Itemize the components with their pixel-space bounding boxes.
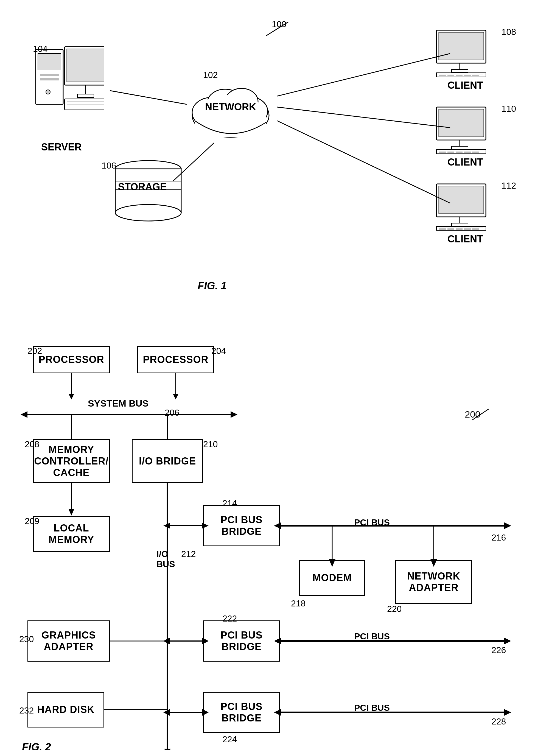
pci-bridge2-box: PCI BUS BRIDGE (203, 621, 280, 662)
io-bridge-label: I/O BRIDGE (139, 455, 196, 467)
ref-216: 216 (492, 532, 506, 543)
svg-rect-50 (472, 151, 479, 153)
svg-marker-75 (68, 509, 74, 515)
local-memory-label: LOCAL MEMORY (48, 522, 95, 546)
ref-232: 232 (19, 706, 34, 716)
svg-line-51 (277, 107, 450, 128)
graphics-adapter-label: GRAPHICS ADAPTER (41, 629, 96, 652)
system-bus-label: SYSTEM BUS (88, 398, 148, 409)
svg-rect-59 (447, 228, 454, 230)
ref-206: 206 (165, 408, 179, 418)
svg-rect-14 (67, 49, 104, 82)
client1-label: CLIENT (447, 80, 483, 91)
server-svg (33, 44, 104, 137)
server-label: SERVER (41, 141, 82, 153)
modem-label: MODEM (313, 572, 352, 584)
ref-209: 209 (25, 516, 39, 526)
ref100-arrow (244, 17, 299, 38)
local-memory-box: LOCAL MEMORY (33, 516, 110, 552)
ref-110: 110 (502, 104, 516, 114)
svg-marker-95 (163, 709, 169, 716)
storage-label: STORAGE (118, 181, 167, 193)
pci-bus3-label: PCI BUS (354, 703, 390, 713)
io-bus-label: I/O BUS (157, 549, 175, 569)
pci-bridge3-box: PCI BUS BRIDGE (203, 692, 280, 733)
fig1: 100 NETWORK 102 (11, 11, 549, 335)
svg-rect-29 (439, 33, 484, 60)
network-adapter-label: NETWORK ADAPTER (407, 570, 460, 593)
hard-disk-box: HARD DISK (27, 692, 104, 728)
svg-rect-37 (464, 75, 471, 76)
svg-line-63 (277, 121, 450, 203)
svg-rect-31 (452, 69, 468, 72)
svg-rect-48 (456, 151, 463, 153)
svg-rect-9 (38, 54, 61, 70)
hard-disk-label: HARD DISK (37, 704, 95, 715)
ref-230: 230 (19, 634, 34, 644)
ref-224: 224 (222, 734, 237, 745)
ref-202: 202 (27, 346, 42, 356)
svg-rect-35 (447, 75, 454, 76)
svg-line-21 (110, 90, 187, 104)
svg-line-64 (472, 409, 488, 420)
client1-svg (434, 27, 488, 77)
client2-label: CLIENT (447, 157, 483, 168)
ref-218: 218 (291, 599, 305, 609)
ref-222: 222 (222, 613, 237, 624)
svg-rect-53 (439, 186, 484, 214)
svg-rect-61 (464, 228, 471, 230)
client3-computer (434, 181, 488, 232)
memory-controller-label: MEMORY CONTROLLER/ CACHE (34, 444, 109, 479)
ref-108: 108 (502, 27, 516, 37)
ref200-arrow (467, 404, 500, 426)
svg-rect-11 (40, 74, 59, 76)
ref-208: 208 (25, 439, 39, 449)
svg-rect-58 (439, 228, 446, 230)
network-adapter-box: NETWORK ADAPTER (395, 560, 472, 604)
network-label: NETWORK (205, 101, 256, 113)
ref-226: 226 (492, 645, 506, 655)
processor2-box: PROCESSOR (137, 346, 214, 373)
svg-rect-12 (40, 78, 59, 80)
svg-rect-34 (439, 75, 446, 76)
svg-marker-70 (21, 411, 27, 418)
ref-212: 212 (181, 549, 196, 559)
svg-marker-98 (164, 749, 171, 750)
svg-line-39 (277, 54, 450, 96)
client1-computer (434, 27, 488, 78)
client2-svg (434, 104, 488, 154)
svg-rect-36 (456, 75, 463, 76)
svg-rect-41 (439, 109, 484, 137)
pci-bridge3-label: PCI BUS BRIDGE (220, 701, 262, 724)
svg-marker-78 (163, 523, 169, 528)
ref-214: 214 (222, 498, 237, 508)
svg-marker-88 (163, 638, 169, 644)
svg-marker-82 (504, 522, 511, 529)
client2-computer (434, 104, 488, 155)
svg-marker-66 (68, 394, 74, 400)
ref-204: 204 (212, 346, 226, 356)
pci-bus2-label: PCI BUS (354, 631, 390, 642)
storage-cylinder: STORAGE (110, 159, 187, 226)
ref-220: 220 (387, 604, 402, 614)
fig1-title: FIG. 1 (198, 280, 227, 292)
client3-svg (434, 181, 488, 230)
svg-rect-43 (452, 146, 468, 149)
svg-rect-62 (472, 228, 479, 230)
svg-line-0 (266, 22, 288, 36)
processor2-label: PROCESSOR (143, 354, 208, 365)
svg-rect-47 (447, 151, 454, 153)
pci-bridge1-box: PCI BUS BRIDGE (203, 505, 280, 546)
ref-210: 210 (203, 439, 218, 449)
svg-rect-49 (464, 151, 471, 153)
ref-104: 104 (33, 44, 47, 54)
graphics-adapter-box: GRAPHICS ADAPTER (27, 621, 110, 662)
pci-bridge2-label: PCI BUS BRIDGE (220, 629, 262, 652)
svg-marker-92 (504, 638, 511, 644)
svg-rect-16 (77, 94, 94, 98)
svg-marker-101 (504, 709, 511, 716)
ref-228: 228 (492, 716, 506, 727)
pci-bridge1-label: PCI BUS BRIDGE (220, 514, 262, 537)
svg-marker-71 (231, 411, 237, 418)
processor1-label: PROCESSOR (38, 354, 104, 365)
